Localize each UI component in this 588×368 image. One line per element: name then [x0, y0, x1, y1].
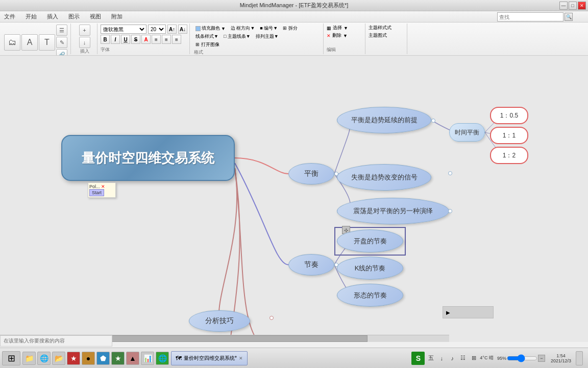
numbering-btn[interactable]: ■ 编号▼ [258, 25, 279, 32]
toolbar-group-insert: + ↓ 插入 [72, 24, 97, 54]
active-window-tab[interactable]: 🗺 量价时空四维交易系统* ✕ [171, 351, 248, 365]
tray-icon-2[interactable]: ↓ [437, 354, 446, 363]
theme-label: 主题样式式 [369, 25, 391, 31]
open-img-btn[interactable]: ⊞ 打开图像 [194, 41, 221, 49]
strikethrough-btn[interactable]: S [131, 35, 140, 44]
node-shijian[interactable]: 时间平衡 [449, 123, 485, 142]
maximize-button[interactable]: □ [569, 2, 577, 10]
toolbar-group-style: 🗂 A T ☰ ✎ 🔗 样式 [1, 24, 71, 54]
node-jz2[interactable]: K线的节奏 [337, 257, 403, 280]
tray-icon-3[interactable]: ♪ [448, 354, 457, 363]
browser-icon[interactable]: 🌐 [37, 352, 51, 365]
central-node[interactable]: 量价时空四维交易系统 [61, 135, 235, 181]
increase-font-btn[interactable]: A↑ [167, 25, 177, 34]
align-center-btn[interactable]: ≡ [162, 35, 171, 44]
node-jz3-label: 形态的节奏 [354, 291, 387, 300]
tray-icon-5[interactable]: ⊞ [469, 354, 478, 363]
zoom-minus-btn[interactable]: − [538, 355, 545, 362]
sort-btn[interactable]: 排列主题▼ [254, 33, 280, 40]
app6-icon[interactable]: 📊 [141, 352, 154, 365]
quicklaunch-icons: 📁 🌐 📂 ★ ● ⬟ ★ ▲ 📊 🌐 [22, 352, 169, 365]
node-ratio12[interactable]: 1：2 [490, 147, 528, 164]
zoom-slider[interactable] [507, 355, 537, 361]
toolbar-group-format: 填充颜色▼ 边 框方向▼ ■ 编号▼ ⊞ 拆分 线条样式▼ □ 主题线条▼ 排列… [191, 24, 324, 54]
style-icon-3[interactable]: T [39, 34, 55, 51]
menu-start[interactable]: 开始 [23, 12, 39, 21]
style-icon-1[interactable]: 🗂 [4, 34, 20, 51]
node-ph1[interactable]: 平衡是趋势延续的前提 [337, 107, 431, 133]
show-desktop-btn[interactable] [576, 351, 583, 365]
gray-box: ▶ [443, 306, 494, 318]
system-tray: S 五 ↓ ♪ ☷ ⊞ 4°C 晴 95% − 1:54 2021/12/3 [408, 351, 586, 365]
app1-icon[interactable]: ★ [67, 352, 80, 365]
style-icon-5[interactable]: ✎ [56, 37, 67, 48]
line-style-btn[interactable]: 线条样式▼ [194, 33, 220, 40]
app7-icon[interactable]: 🌐 [156, 352, 169, 365]
font-color-btn[interactable]: A [141, 35, 151, 44]
tray-icon-1[interactable]: 五 [426, 354, 435, 363]
select-label: 选择 [333, 25, 342, 31]
node-jz1[interactable]: 开盘的节奏 [337, 229, 403, 252]
font-size-select[interactable]: 20 [148, 25, 166, 34]
menu-insert[interactable]: 插入 [45, 12, 60, 21]
node-pinghen[interactable]: 平衡 [288, 163, 334, 185]
bold-btn[interactable]: B [101, 35, 110, 44]
theme-format-btn[interactable]: 主题图式 [369, 32, 405, 39]
decrease-font-btn[interactable]: A↓ [178, 25, 187, 34]
node-ph2[interactable]: 失衡是趋势改变的信号 [337, 164, 431, 191]
app3-icon[interactable]: ⬟ [96, 352, 110, 365]
menu-addon[interactable]: 附加 [109, 12, 125, 21]
ph2-dot [448, 171, 452, 175]
app5-icon[interactable]: ▲ [126, 352, 139, 365]
node-ph1-label: 平衡是趋势延续的前提 [351, 116, 418, 125]
align-right-btn[interactable]: ≡ [172, 35, 181, 44]
app2-icon[interactable]: ● [82, 352, 95, 365]
clock-area[interactable]: 1:54 2021/12/3 [549, 353, 573, 363]
fill-color-btn[interactable]: 填充颜色▼ [194, 25, 227, 32]
search-button[interactable]: 🔍 [565, 13, 573, 21]
node-ph3-label: 震荡是对平衡的另一种演绎 [353, 206, 433, 216]
node-ratio05[interactable]: 1：0.5 [490, 107, 528, 124]
style-icon-2[interactable]: A [21, 34, 38, 51]
popup-close-btn[interactable]: ✕ [101, 184, 105, 189]
style-icon-6[interactable]: 🔗 [56, 49, 67, 56]
style-icon-4[interactable]: ☰ [56, 25, 67, 36]
tray-icon-4[interactable]: ☷ [458, 354, 468, 363]
tab-close-icon[interactable]: ✕ [239, 356, 243, 361]
node-jiezou[interactable]: 节奏 [288, 254, 334, 275]
menu-diagram[interactable]: 图示 [66, 12, 82, 21]
app4-icon[interactable]: ★ [111, 352, 125, 365]
node-ratio11[interactable]: 1：1 [490, 127, 528, 144]
mindmap-area: 量价时空四维交易系统 平衡 平衡是趋势延续的前提 时间平衡 1：0.5 1：1 … [0, 56, 588, 342]
files-icon[interactable]: 📂 [52, 352, 65, 365]
sougou-icon[interactable]: S [411, 352, 425, 365]
italic-btn[interactable]: I [111, 35, 120, 44]
node-jz3[interactable]: 形态的节奏 [337, 284, 403, 307]
border-color-btn[interactable]: 边 框方向▼ [229, 25, 256, 32]
delete-btn[interactable]: ✕删除▼ [327, 32, 363, 39]
font-select[interactable]: 微软雅黑 [101, 25, 146, 34]
start-button[interactable]: ⊞ [2, 351, 20, 365]
node-fxjq[interactable]: 分析技巧 [189, 310, 250, 332]
insert-icon-2[interactable]: ↓ [79, 37, 90, 48]
theme-btn[interactable]: □ 主题线条▼ [222, 33, 252, 40]
menu-view[interactable]: 视图 [88, 12, 103, 21]
align-left-btn[interactable]: ≡ [152, 35, 161, 44]
h-scrollbar-thumb[interactable] [87, 335, 368, 342]
underline-btn[interactable]: U [121, 35, 130, 44]
theme-style-btn[interactable]: 主题样式式 [369, 25, 405, 31]
minimize-button[interactable]: — [559, 2, 568, 10]
pinghen-dot [334, 172, 338, 176]
toolbar-group-edit: ▦选择▼ ✕删除▼ 编辑 [325, 24, 365, 54]
ph3-dot [448, 209, 452, 213]
select-btn[interactable]: ▦选择▼ [327, 25, 363, 31]
explorer-icon[interactable]: 📁 [22, 352, 36, 365]
mindmap-canvas[interactable]: 量价时空四维交易系统 平衡 平衡是趋势延续的前提 时间平衡 1：0.5 1：1 … [0, 56, 588, 342]
search-input[interactable] [497, 12, 564, 21]
insert-icon-1[interactable]: + [79, 25, 90, 36]
close-button[interactable]: ✕ [578, 2, 586, 10]
split-btn[interactable]: ⊞ 拆分 [281, 25, 299, 32]
menu-file[interactable]: 文件 [2, 12, 17, 21]
node-ph3[interactable]: 震荡是对平衡的另一种演绎 [337, 198, 449, 224]
font-group-label: 字体 [101, 47, 187, 53]
